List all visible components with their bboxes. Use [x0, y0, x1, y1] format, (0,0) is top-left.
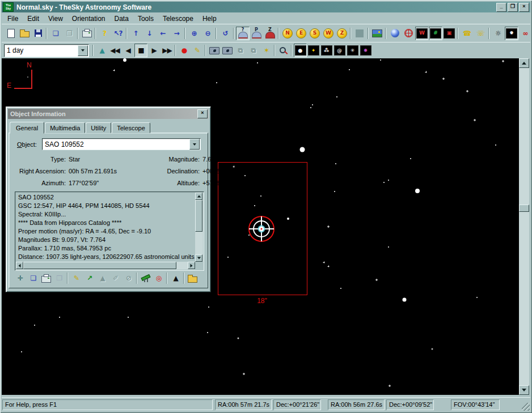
- chart-button[interactable]: ▲: [96, 271, 109, 285]
- constellation-lines-button[interactable]: W: [415, 27, 429, 40]
- view-catalog-button[interactable]: ❒: [53, 271, 66, 285]
- image-next-button[interactable]: ⧉: [247, 44, 260, 57]
- stereo-glasses-button[interactable]: ∞: [518, 27, 532, 40]
- night-vision-button[interactable]: ☼: [491, 27, 505, 40]
- print-report-button[interactable]: [40, 271, 53, 285]
- info-scroll-up-button[interactable]: [195, 193, 202, 200]
- object-combo-dropdown-button[interactable]: [189, 139, 200, 150]
- title-bar[interactable]: The Sky Normal.sky - TheSky Astronomy So…: [2, 2, 530, 12]
- dome-question-button[interactable]: ?: [236, 27, 250, 40]
- skip-forward-button[interactable]: ▶▶: [161, 44, 174, 57]
- info-scroll-left-button[interactable]: [16, 262, 23, 269]
- fov-indicators-button[interactable]: ▣: [442, 27, 456, 40]
- scroll-up-button[interactable]: [519, 58, 529, 68]
- menu-edit[interactable]: Edit: [23, 14, 44, 24]
- tab-general[interactable]: General: [10, 122, 44, 134]
- maximize-button[interactable]: ❐: [508, 3, 518, 12]
- eject-button[interactable]: ▲: [95, 44, 108, 57]
- zoom-in-button[interactable]: ⊕: [187, 27, 201, 40]
- open-report-button[interactable]: [186, 271, 199, 285]
- telescope-dial-button[interactable]: ☎: [460, 27, 474, 40]
- show-galaxies-button[interactable]: @: [333, 44, 346, 57]
- altitude-graph-button[interactable]: ↗: [83, 271, 96, 285]
- object-combo[interactable]: SAO 109552: [42, 138, 201, 150]
- show-planets-button[interactable]: ✦: [307, 44, 320, 57]
- object-information-dialog[interactable]: Object Information × GeneralMultimediaUt…: [6, 107, 211, 292]
- time-interval-combo[interactable]: 1 day: [4, 44, 89, 57]
- save-button[interactable]: [31, 27, 45, 40]
- horizon-button[interactable]: [353, 27, 366, 40]
- tab-telescope[interactable]: Telescope: [112, 122, 150, 133]
- copy-report-button[interactable]: ❏: [27, 271, 40, 285]
- menu-telescope[interactable]: Telescope: [158, 14, 198, 24]
- star-display-button[interactable]: ✹: [505, 27, 518, 40]
- paste-button[interactable]: ❐: [62, 27, 76, 40]
- open-button[interactable]: [18, 27, 31, 40]
- landscape-button[interactable]: [370, 27, 384, 40]
- close-button[interactable]: ×: [519, 3, 529, 12]
- stop-button[interactable]: ■: [134, 44, 147, 57]
- show-clusters-button[interactable]: ✳: [346, 44, 359, 57]
- skip-back-button[interactable]: ◀◀: [108, 44, 121, 57]
- center-object-button[interactable]: ✛: [14, 271, 27, 285]
- annotate-button[interactable]: ✎: [191, 44, 204, 57]
- collapse-dialog-button[interactable]: ▲: [169, 271, 182, 285]
- look-south-button[interactable]: S: [308, 27, 322, 40]
- resize-grip[interactable]: [522, 403, 530, 411]
- camera-frames-button[interactable]: [208, 44, 221, 57]
- celestial-sphere-button[interactable]: [402, 27, 415, 40]
- reference-lines-button[interactable]: #: [429, 27, 442, 40]
- menu-data[interactable]: Data: [110, 14, 133, 24]
- help-button[interactable]: ?: [98, 27, 111, 40]
- quick-slew-button[interactable]: ✶: [260, 44, 273, 57]
- menu-file[interactable]: File: [3, 14, 23, 24]
- print-button[interactable]: [80, 27, 94, 40]
- dialog-close-button[interactable]: ×: [197, 109, 208, 118]
- draw-line-button[interactable]: ✎: [70, 271, 83, 285]
- pan-right-button[interactable]: →: [170, 27, 183, 40]
- find-button[interactable]: [277, 44, 290, 57]
- dome-z-button[interactable]: Z: [263, 27, 277, 40]
- pan-down-button[interactable]: ↓: [142, 27, 156, 40]
- menu-help[interactable]: Help: [198, 14, 221, 24]
- sky-vertical-scrollbar[interactable]: [519, 58, 529, 395]
- info-vertical-scrollbar[interactable]: [195, 193, 203, 262]
- tab-utility[interactable]: Utility: [86, 122, 111, 133]
- earth-view-button[interactable]: [388, 27, 402, 40]
- scroll-down-button[interactable]: [519, 385, 529, 395]
- combo-dropdown-button[interactable]: [78, 45, 88, 56]
- step-forward-button[interactable]: ▶: [147, 44, 161, 57]
- new-document-button[interactable]: [4, 27, 18, 40]
- menu-tools[interactable]: Tools: [133, 14, 158, 24]
- orbit-button[interactable]: ⊘: [122, 271, 135, 285]
- dialog-title-bar[interactable]: Object Information ×: [8, 109, 209, 119]
- telescope-target-button[interactable]: ◎: [152, 271, 165, 285]
- info-scroll-down-button[interactable]: [195, 254, 202, 262]
- info-horizontal-scrollbar[interactable]: [16, 262, 195, 270]
- show-stars-button[interactable]: ●: [294, 44, 307, 57]
- camera-new-button[interactable]: [221, 44, 234, 57]
- record-button[interactable]: ●: [178, 44, 191, 57]
- pan-up-button[interactable]: ↑: [129, 27, 142, 40]
- image-previous-button[interactable]: ⧉: [234, 44, 247, 57]
- telescope-log-button[interactable]: ☏: [474, 27, 487, 40]
- dome-p-button[interactable]: P: [250, 27, 263, 40]
- info-scroll-right-button[interactable]: [188, 262, 195, 269]
- info-hscrollbar-thumb[interactable]: [23, 262, 176, 269]
- step-back-button[interactable]: ◀: [121, 44, 134, 57]
- info-scrollbar-thumb[interactable]: [195, 200, 202, 232]
- look-zenith-button[interactable]: Z: [335, 27, 349, 40]
- look-west-button[interactable]: W: [322, 27, 335, 40]
- look-north-button[interactable]: N: [281, 27, 294, 40]
- context-help-button[interactable]: ↖?: [111, 27, 125, 40]
- scrollbar-thumb[interactable]: [519, 205, 529, 212]
- look-east-button[interactable]: E: [294, 27, 308, 40]
- show-constellations-button[interactable]: ⁂: [320, 44, 333, 57]
- menu-view[interactable]: View: [44, 14, 67, 24]
- pan-left-button[interactable]: ←: [156, 27, 170, 40]
- menu-orientation[interactable]: Orientation: [67, 14, 110, 24]
- slew-telescope-button[interactable]: [139, 271, 152, 285]
- edit-tools-button[interactable]: ✐: [109, 271, 122, 285]
- object-info-box[interactable]: SAO 109552GSC 12:547, HIP 4464, PPM 1440…: [15, 191, 204, 271]
- copy-button[interactable]: ❏: [49, 27, 62, 40]
